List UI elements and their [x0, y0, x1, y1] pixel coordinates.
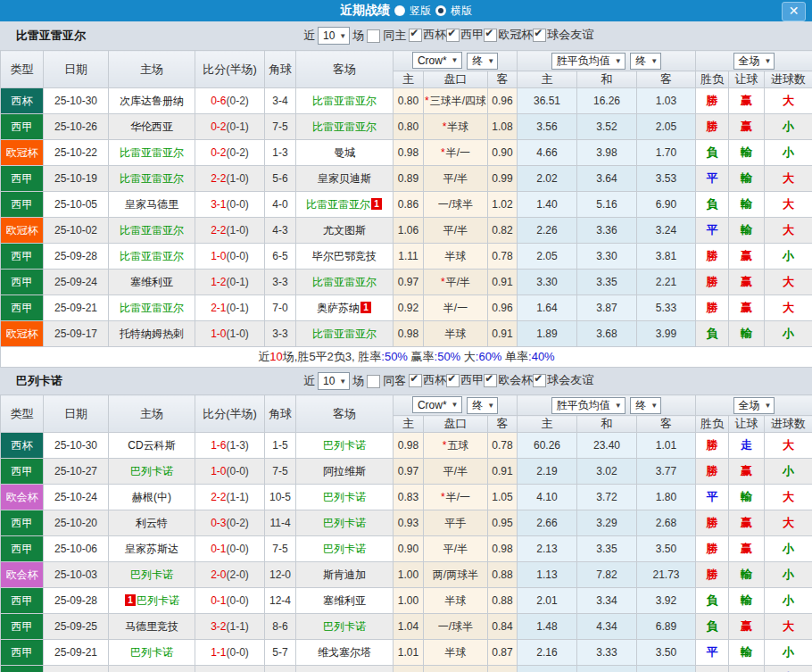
- away-team-cell: 巴列卡诺: [296, 485, 394, 510]
- avg-odds-select[interactable]: 胜平负均值▼: [551, 397, 626, 414]
- score-cell: 1-0(0-0): [195, 459, 265, 485]
- score-cell: 3-1(0-0): [195, 192, 265, 218]
- team-name: 奥萨苏纳: [317, 302, 360, 314]
- recent-count-select[interactable]: 10▼: [318, 27, 350, 45]
- avg-draw-odds: 3.36: [577, 218, 637, 244]
- league-filter-item[interactable]: 欧会杯: [484, 372, 533, 388]
- result-win-draw-loss: 勝: [696, 459, 729, 485]
- league-filter-item[interactable]: 欧冠杯: [484, 27, 533, 43]
- avg-away-odds: 3.24: [637, 218, 696, 244]
- league-filter-label[interactable]: 西甲: [460, 27, 484, 43]
- league-type-badge: 西甲: [1, 640, 44, 666]
- handicap-line: *三球半/四球: [424, 88, 488, 114]
- avg-odds-select[interactable]: 胜平负均值▼: [551, 53, 626, 70]
- handicap-away-odds: 0.96: [488, 295, 518, 321]
- handicap-away-odds: 1.08: [488, 114, 518, 140]
- result-handicap: 走: [729, 433, 765, 459]
- result-goals: 大: [765, 485, 812, 510]
- odds-source-select[interactable]: Crow*▼: [412, 52, 462, 69]
- checkbox-checked-icon[interactable]: [409, 29, 422, 42]
- avg-final-select[interactable]: 终▼: [630, 397, 661, 414]
- league-filter-label[interactable]: 欧会杯: [498, 372, 533, 388]
- team-name-heading: 比雷亚雷亚尔: [16, 28, 86, 44]
- horizontal-layout-label[interactable]: 横版: [451, 4, 472, 19]
- home-team-cell: 华伦西亚: [109, 114, 195, 140]
- same-venue-checkbox[interactable]: [367, 375, 380, 388]
- checkbox-checked-icon[interactable]: [484, 374, 497, 387]
- star-marker-icon: *: [443, 439, 447, 452]
- col-type: 类型: [1, 395, 44, 433]
- league-filter-item[interactable]: 西杯: [409, 27, 446, 43]
- result-win-draw-loss: 平: [696, 218, 729, 244]
- league-filter-label[interactable]: 球会友谊: [547, 372, 593, 388]
- league-filter-item[interactable]: 球会友谊: [533, 372, 593, 388]
- same-venue-label[interactable]: 同主: [383, 28, 406, 44]
- recent-count-select[interactable]: 10▼: [318, 372, 350, 390]
- team-name: 皇家苏斯达: [125, 543, 178, 555]
- league-filter-label[interactable]: 西杯: [423, 27, 446, 43]
- odds-final-select[interactable]: 终▼: [467, 397, 498, 414]
- league-filter-item[interactable]: 西杯: [409, 372, 446, 388]
- fulltime-score: 0-6: [211, 95, 226, 107]
- vertical-layout-radio[interactable]: [394, 5, 405, 16]
- league-filter-label[interactable]: 西甲: [460, 372, 484, 388]
- avg-draw-odds: 3.98: [577, 140, 637, 166]
- halftime-score: (0-0): [227, 646, 249, 659]
- handicap-away-odds: 0.82: [488, 218, 518, 244]
- team-name: 皇家马德里: [125, 198, 178, 211]
- league-filter-label[interactable]: 欧冠杯: [498, 27, 533, 43]
- col-type: 类型: [1, 51, 44, 88]
- team-name: 维戈塞尔塔: [318, 646, 371, 659]
- result-win-draw-loss: 勝: [696, 114, 729, 140]
- league-type-badge: 西甲: [1, 614, 44, 640]
- handicap-home-odds: 0.93: [394, 510, 424, 536]
- match-date: 25-10-27: [44, 459, 109, 485]
- odds-final-select[interactable]: 终▼: [467, 53, 498, 70]
- result-goals: 大: [765, 270, 812, 295]
- league-filter-item[interactable]: 球会友谊: [533, 27, 593, 43]
- handicap-home-odds: 0.92: [394, 666, 424, 672]
- team-name: 尤文图斯: [323, 224, 366, 236]
- horizontal-layout-radio[interactable]: [435, 5, 446, 16]
- match-date: 25-10-20: [44, 510, 109, 536]
- checkbox-checked-icon[interactable]: [446, 29, 460, 42]
- home-team-cell: 比雷亚雷亚尔: [109, 166, 195, 192]
- odds-source-select[interactable]: Crow*▼: [412, 396, 462, 413]
- league-type-badge: 西杯: [1, 88, 44, 114]
- halftime-score: (0-0): [227, 594, 249, 607]
- handicap-line: *五球: [424, 433, 488, 459]
- avg-draw-odds: 3.02: [577, 459, 637, 485]
- same-venue-checkbox[interactable]: [367, 29, 380, 43]
- corner-count: 11-4: [265, 510, 296, 536]
- handicap-line: 半/一: [424, 295, 488, 321]
- league-filter-item[interactable]: 西甲: [446, 27, 484, 43]
- sub-handicap: 让球: [729, 71, 765, 88]
- summary-part: 胜率: [358, 350, 381, 363]
- checkbox-checked-icon[interactable]: [409, 374, 422, 387]
- score-cell: 0-1(0-0): [195, 536, 265, 562]
- close-button[interactable]: ✕: [782, 2, 806, 21]
- red-card-badge: 1: [360, 302, 371, 313]
- league-filter-label[interactable]: 西杯: [423, 372, 446, 388]
- chevron-down-icon: ▼: [487, 402, 494, 410]
- star-marker-icon: *: [443, 120, 447, 133]
- avg-away-odds: 6.90: [637, 192, 696, 218]
- checkbox-checked-icon[interactable]: [533, 374, 546, 387]
- fulltime-score: 0-2: [211, 146, 226, 159]
- handicap-away-odds: 1.02: [488, 192, 518, 218]
- league-filter-item[interactable]: 西甲: [446, 372, 484, 388]
- avg-final-select[interactable]: 终▼: [630, 53, 661, 70]
- avg-draw-odds: 3.52: [577, 114, 637, 140]
- same-venue-label[interactable]: 同客: [383, 373, 406, 389]
- team-name: 阿拉维斯: [323, 465, 366, 477]
- vertical-layout-label[interactable]: 竖版: [410, 4, 431, 19]
- handicap-home-odds: 0.98: [394, 433, 424, 459]
- scope-select[interactable]: 全场▼: [733, 53, 775, 70]
- avg-away-odds: 1.70: [637, 140, 696, 166]
- checkbox-checked-icon[interactable]: [533, 29, 546, 42]
- checkbox-checked-icon[interactable]: [446, 374, 460, 387]
- scope-select[interactable]: 全场▼: [733, 397, 775, 414]
- team-name: 比雷亚雷亚尔: [306, 198, 370, 211]
- checkbox-checked-icon[interactable]: [484, 29, 497, 42]
- league-filter-label[interactable]: 球会友谊: [547, 27, 593, 43]
